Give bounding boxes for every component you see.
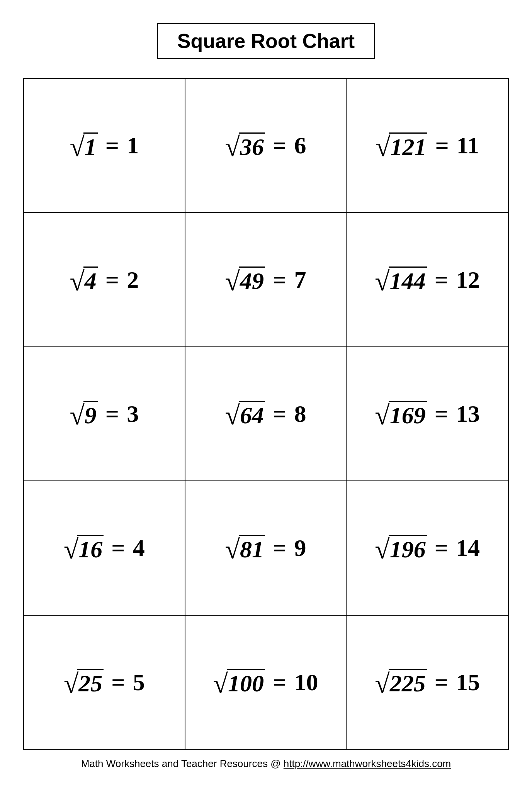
radicand: 81 xyxy=(239,535,265,561)
title-box: Square Root Chart xyxy=(157,23,375,59)
radicand: 144 xyxy=(389,266,427,293)
sqrt-expression: √9 xyxy=(70,401,97,427)
sqrt-expression: √25 xyxy=(64,669,104,695)
cell-2-4: √81 = 9 xyxy=(185,481,346,615)
result-value: 13 xyxy=(456,400,480,428)
radical-sign: √ xyxy=(225,132,240,159)
cell-1-4: √16 = 4 xyxy=(24,481,185,615)
result-value: 7 xyxy=(294,266,306,294)
cell-1-3: √9 = 3 xyxy=(24,347,185,481)
result-value: 4 xyxy=(133,534,145,562)
column-3: √121 = 11 √144 = 12 √169 = 13 √196 xyxy=(347,79,508,749)
sqrt-expression: √144 xyxy=(375,266,427,293)
cell-3-1: √121 = 11 xyxy=(347,79,508,213)
result-value: 11 xyxy=(457,132,479,159)
result-value: 2 xyxy=(127,266,139,294)
footer: Math Worksheets and Teacher Resources @ … xyxy=(23,750,509,776)
equals-sign: = xyxy=(105,266,119,294)
radicand: 36 xyxy=(239,132,265,159)
sqrt-expression: √1 xyxy=(70,132,97,159)
math-expression: √4 = 2 xyxy=(70,266,139,294)
result-value: 3 xyxy=(127,400,139,428)
sqrt-expression: √225 xyxy=(375,669,427,695)
radical-sign: √ xyxy=(375,669,389,695)
sqrt-expression: √169 xyxy=(375,401,427,427)
radical-sign: √ xyxy=(213,669,228,695)
sqrt-expression: √64 xyxy=(225,401,265,427)
result-value: 14 xyxy=(456,534,480,562)
math-expression: √121 = 11 xyxy=(376,132,479,159)
math-expression: √169 = 13 xyxy=(375,400,480,428)
equals-sign: = xyxy=(273,266,286,294)
radicand: 169 xyxy=(389,401,427,427)
column-1: √1 = 1 √4 = 2 √9 = 3 √16 = xyxy=(24,79,185,749)
radicand: 225 xyxy=(389,669,427,695)
radical-sign: √ xyxy=(375,266,389,293)
page-title: Square Root Chart xyxy=(177,30,355,52)
equals-sign: = xyxy=(105,132,119,159)
sqrt-expression: √36 xyxy=(225,132,265,159)
result-value: 1 xyxy=(127,132,139,159)
radicand: 196 xyxy=(389,535,427,561)
cell-3-3: √169 = 13 xyxy=(347,347,508,481)
radical-sign: √ xyxy=(70,266,84,293)
equals-sign: = xyxy=(273,400,286,428)
radicand: 4 xyxy=(83,266,98,293)
page-wrapper: Square Root Chart √1 = 1 √4 = 2 √9 = 3 xyxy=(0,0,532,791)
cell-1-2: √4 = 2 xyxy=(24,213,185,347)
cell-2-1: √36 = 6 xyxy=(185,79,346,213)
sqrt-expression: √121 xyxy=(376,132,427,159)
equals-sign: = xyxy=(105,400,119,428)
cell-1-5: √25 = 5 xyxy=(24,616,185,749)
math-expression: √9 = 3 xyxy=(70,400,139,428)
radical-sign: √ xyxy=(64,535,78,561)
radicand: 49 xyxy=(239,266,265,293)
radicand: 121 xyxy=(389,132,427,159)
column-2: √36 = 6 √49 = 7 √64 = 8 √81 = xyxy=(185,79,347,749)
radicand: 25 xyxy=(77,669,104,695)
cell-3-2: √144 = 12 xyxy=(347,213,508,347)
sqrt-expression: √81 xyxy=(225,535,265,561)
math-expression: √25 = 5 xyxy=(64,669,145,696)
math-expression: √36 = 6 xyxy=(225,132,306,159)
radical-sign: √ xyxy=(375,401,389,427)
math-expression: √144 = 12 xyxy=(375,266,480,294)
math-expression: √1 = 1 xyxy=(70,132,139,159)
result-value: 5 xyxy=(133,669,145,696)
cell-2-5: √100 = 10 xyxy=(185,616,346,749)
math-expression: √16 = 4 xyxy=(64,534,145,562)
math-expression: √49 = 7 xyxy=(225,266,306,294)
math-expression: √81 = 9 xyxy=(225,534,306,562)
result-value: 15 xyxy=(456,669,480,696)
math-expression: √196 = 14 xyxy=(375,534,480,562)
equals-sign: = xyxy=(273,669,286,696)
result-value: 6 xyxy=(294,132,306,159)
cell-3-4: √196 = 14 xyxy=(347,481,508,615)
footer-link[interactable]: http://www.mathworksheets4kids.com xyxy=(284,758,451,769)
sqrt-expression: √100 xyxy=(213,669,265,695)
radical-sign: √ xyxy=(375,535,389,561)
cell-3-5: √225 = 15 xyxy=(347,616,508,749)
equals-sign: = xyxy=(435,534,448,562)
sqrt-expression: √16 xyxy=(64,535,104,561)
sqrt-expression: √49 xyxy=(225,266,265,293)
equals-sign: = xyxy=(273,534,286,562)
radical-sign: √ xyxy=(70,401,84,427)
radical-sign: √ xyxy=(64,669,78,695)
equals-sign: = xyxy=(111,534,125,562)
equals-sign: = xyxy=(435,400,448,428)
result-value: 12 xyxy=(456,266,480,294)
radical-sign: √ xyxy=(376,132,390,159)
equals-sign: = xyxy=(273,132,286,159)
sqrt-expression: √196 xyxy=(375,535,427,561)
grid-container: √1 = 1 √4 = 2 √9 = 3 √16 = xyxy=(23,78,509,750)
equals-sign: = xyxy=(435,132,449,159)
result-value: 10 xyxy=(294,669,318,696)
cell-2-2: √49 = 7 xyxy=(185,213,346,347)
radical-sign: √ xyxy=(70,132,84,159)
radicand: 100 xyxy=(227,669,265,695)
equals-sign: = xyxy=(111,669,125,696)
radicand: 64 xyxy=(239,401,265,427)
cell-2-3: √64 = 8 xyxy=(185,347,346,481)
radical-sign: √ xyxy=(225,535,240,561)
